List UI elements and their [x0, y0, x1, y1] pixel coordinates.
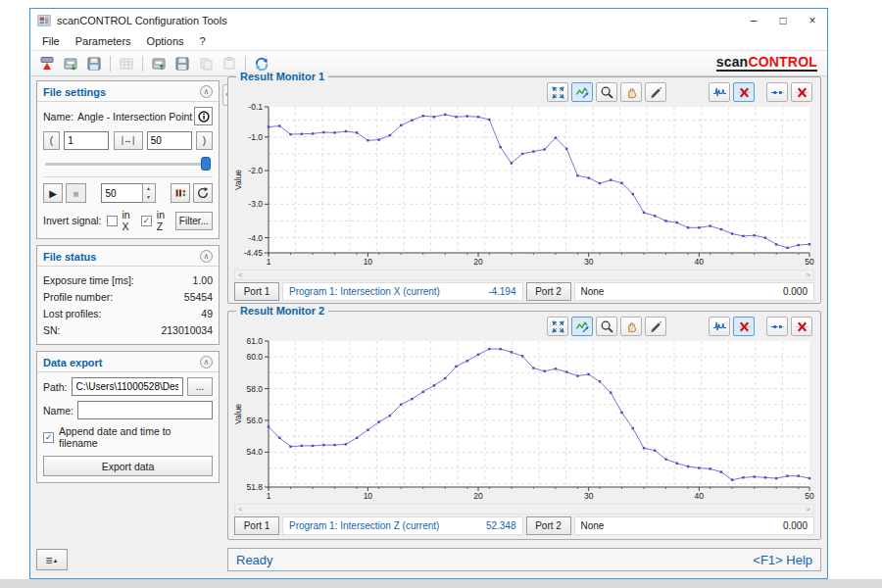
pause-button[interactable]	[171, 183, 190, 203]
signal1-clear-button[interactable]	[733, 82, 755, 102]
play-button[interactable]: ▶	[43, 183, 63, 203]
append-datetime-checkbox[interactable]: ✓	[43, 432, 54, 443]
status-row-profile-number: Profile number:55454	[43, 288, 213, 305]
save-profiles-button[interactable]	[82, 53, 105, 74]
collapse-icon[interactable]: ∧	[200, 85, 213, 98]
signal2-clear-button[interactable]	[791, 317, 812, 336]
result-monitor-1-title: Result Monitor 1	[236, 71, 328, 82]
file-name-value: Angle - Intersection Point Profil.avi	[77, 111, 194, 122]
menu-parameters[interactable]: Parameters	[68, 33, 139, 49]
autoscale-button[interactable]	[571, 82, 593, 102]
port2-button[interactable]: Port 2	[526, 516, 571, 535]
chart-monitor-1[interactable]: 11020304050-0.1-1.0-2.0-3.0-4.0-4.45Valu…	[233, 103, 815, 268]
frame-number-input[interactable]	[101, 183, 142, 203]
zoom-button[interactable]	[596, 317, 617, 336]
stop-button[interactable]: ■	[66, 183, 85, 203]
probe-button[interactable]	[645, 317, 666, 336]
maximize-button[interactable]: □	[768, 9, 798, 31]
file-settings-header[interactable]: File settings ∧	[37, 81, 219, 102]
spin-arrows[interactable]: ▲ ▼	[142, 183, 156, 203]
maximize-chart-button[interactable]	[547, 82, 568, 102]
svg-text:61.0: 61.0	[246, 337, 263, 346]
magnifier-icon	[600, 319, 614, 334]
zoom-button[interactable]	[596, 82, 617, 102]
loop-button[interactable]	[193, 183, 213, 203]
menu-help[interactable]: ?	[192, 33, 214, 49]
range-end-input[interactable]	[147, 131, 192, 150]
signal1-clear-button[interactable]	[733, 317, 755, 336]
menu-options[interactable]: Options	[139, 33, 192, 49]
svg-text:54.0: 54.0	[246, 447, 263, 457]
scroll-right-icon[interactable]: >	[806, 505, 810, 514]
range-end-bracket-button[interactable]: )	[196, 131, 213, 150]
probe-button[interactable]	[645, 82, 666, 102]
chart1-hscrollbar[interactable]: < >	[234, 270, 814, 280]
export-name-input[interactable]	[77, 401, 213, 419]
chart-monitor-2[interactable]: 1102030405061.060.058.056.054.051.8Value	[233, 337, 815, 502]
invert-z-checkbox[interactable]: ✓	[141, 216, 152, 226]
data-export-header[interactable]: Data export ∧	[37, 352, 219, 372]
svg-text:51.8: 51.8	[246, 482, 263, 492]
signal2-clear-button[interactable]	[791, 82, 812, 102]
paste-icon	[221, 56, 237, 72]
expand-icon	[551, 319, 565, 334]
port1-button[interactable]: Port 1	[234, 282, 279, 301]
port2-button[interactable]: Port 2	[526, 282, 571, 301]
slider-thumb[interactable]	[201, 157, 211, 171]
menu-file[interactable]: File	[34, 33, 68, 49]
scroll-right-icon[interactable]: >	[806, 270, 810, 279]
probe-pen-icon	[649, 319, 663, 334]
minimize-button[interactable]: –	[739, 9, 768, 31]
range-width-button[interactable]: |↔|	[114, 131, 143, 150]
signal2-display-button[interactable]	[766, 82, 788, 102]
svg-text:-3.0: -3.0	[248, 199, 263, 209]
signal2-display-button[interactable]	[766, 317, 788, 336]
copy-parameters-button[interactable]	[194, 53, 217, 74]
scroll-left-icon[interactable]: <	[238, 505, 243, 514]
load-parameters-button[interactable]	[147, 53, 170, 74]
collapse-icon[interactable]: ∧	[200, 356, 213, 368]
collapse-icon[interactable]: ∧	[200, 250, 213, 263]
toolbar-separator	[142, 56, 143, 72]
invert-x-checkbox[interactable]	[107, 216, 118, 226]
maximize-chart-button[interactable]	[547, 317, 568, 336]
spin-down-icon[interactable]: ▼	[143, 193, 155, 202]
pan-button[interactable]	[620, 82, 642, 102]
svg-text:10: 10	[364, 491, 373, 501]
svg-text:58.0: 58.0	[246, 384, 263, 394]
info-icon	[197, 110, 211, 123]
spin-up-icon[interactable]: ▲	[143, 184, 155, 193]
signal1-display-button[interactable]	[709, 317, 730, 336]
main-content: File settings ∧ Name: Angle - Intersecti…	[30, 76, 827, 578]
file-status-header[interactable]: File status ∧	[37, 246, 219, 267]
help-hint[interactable]: <F1> Help	[753, 553, 812, 567]
chart2-hscrollbar[interactable]: < >	[234, 504, 814, 514]
data-export-panel: Data export ∧ Path: ... Name: ✓	[36, 351, 220, 483]
load-parameters-icon	[151, 56, 167, 72]
save-parameters-button[interactable]	[171, 53, 193, 74]
open-profiles-button[interactable]	[59, 53, 81, 74]
svg-text:Value: Value	[233, 404, 243, 424]
scroll-left-icon[interactable]: <	[238, 270, 243, 279]
menu-collapse-button[interactable]: ≡▲	[36, 549, 68, 570]
display-profiles-button[interactable]	[115, 53, 137, 74]
range-start-bracket-button[interactable]: (	[43, 131, 60, 150]
invert-signal-label: Invert signal:	[43, 215, 102, 226]
result-monitor-2-title: Result Monitor 2	[236, 305, 328, 317]
signal1-display-button[interactable]	[709, 82, 730, 102]
browse-button[interactable]: ...	[187, 377, 213, 396]
status-row-exposure: Exposure time [ms]:1.00	[43, 271, 213, 288]
chart2-port-row: Port 1 Program 1: Intersection Z (curren…	[234, 516, 814, 535]
file-info-button[interactable]	[194, 107, 213, 125]
close-button[interactable]: ×	[798, 9, 827, 31]
export-data-button[interactable]: Export data	[43, 456, 213, 476]
export-path-input[interactable]	[72, 377, 183, 396]
pan-button[interactable]	[620, 317, 642, 336]
scan-button[interactable]	[35, 53, 58, 74]
range-start-input[interactable]	[64, 131, 109, 150]
chart1-port-row: Port 1 Program 1: Intersection X (curren…	[234, 282, 814, 301]
autoscale-button[interactable]	[571, 317, 593, 336]
frame-slider[interactable]	[45, 157, 211, 171]
filter-button[interactable]: Filter...	[175, 212, 213, 230]
port1-button[interactable]: Port 1	[234, 516, 279, 535]
